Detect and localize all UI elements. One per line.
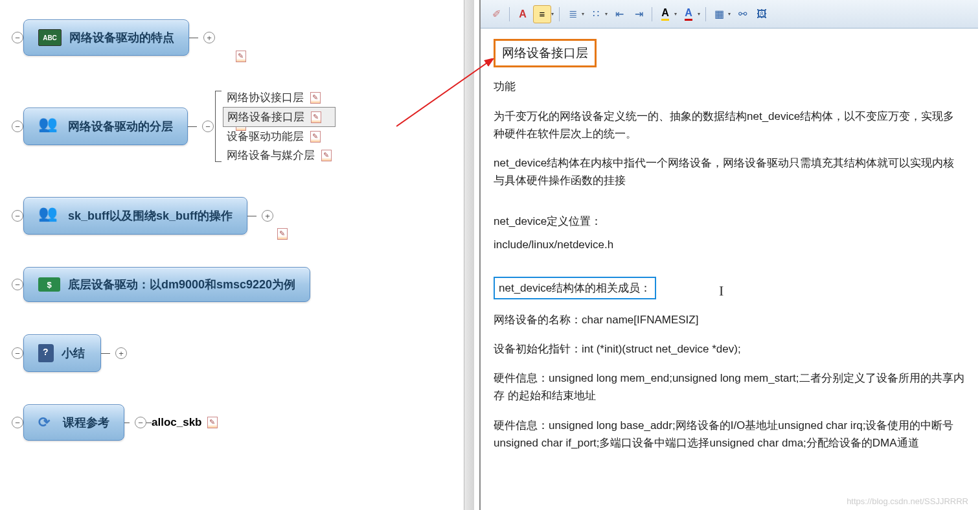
mindmap-node-row: − 小结 + <box>6 334 460 372</box>
doc-paragraph: net_device结构体在内核中指代一个网络设备，网络设备驱动只需填充其结构体… <box>494 154 965 189</box>
editor-toolbar: ✐ A ≡ ▾ ≣ ▾ ∷ ▾ ⇤ ⇥ A ▾ A ▾ ▦ ▾ ⚯ 🖼 <box>481 0 978 29</box>
sub-label: 网络设备与媒介层 <box>227 148 315 163</box>
node-label: 网络设备驱动的分层 <box>68 119 173 134</box>
connector <box>188 126 197 127</box>
abc-icon: ABC <box>38 29 62 46</box>
collapse-btn[interactable]: − <box>135 417 146 428</box>
note-icon[interactable] <box>310 92 321 104</box>
collapse-btn[interactable]: − <box>12 121 23 132</box>
people-icon <box>38 207 60 225</box>
mindmap-node-skbuff[interactable]: sk_buff以及围绕sk_buff的操作 <box>23 197 247 235</box>
font-button[interactable]: A <box>514 5 532 23</box>
money-icon: $ <box>38 277 60 292</box>
format-painter-button[interactable]: ✐ <box>487 5 505 23</box>
doc-title[interactable]: 网络设备接口层 <box>494 39 597 67</box>
dropdown-icon[interactable]: ▾ <box>582 11 584 17</box>
node-label: 底层设备驱动：以dm9000和smsc9220为例 <box>68 277 295 292</box>
image-button[interactable]: 🖼 <box>753 5 771 23</box>
dropdown-icon[interactable]: ▾ <box>728 11 731 17</box>
note-icon[interactable] <box>207 417 218 428</box>
note-icon[interactable] <box>311 111 321 123</box>
expand-btn[interactable]: + <box>115 347 127 359</box>
separator <box>559 7 560 21</box>
table-button[interactable]: ▦ <box>710 5 728 23</box>
refresh-icon: ⟳ <box>38 414 55 431</box>
node-label: 小结 <box>62 345 85 361</box>
highlight-color-button[interactable]: A <box>656 5 674 23</box>
connector <box>124 423 130 423</box>
node-label: 课程参考 <box>63 415 109 430</box>
connector <box>146 423 152 423</box>
note-editor-panel: ✐ A ≡ ▾ ≣ ▾ ∷ ▾ ⇤ ⇥ A ▾ A ▾ ▦ ▾ ⚯ 🖼 网络设备… <box>479 0 978 510</box>
sub-item-driver-func[interactable]: 设备驱动功能层 <box>223 127 336 146</box>
expand-btn[interactable]: + <box>262 210 273 222</box>
watermark: https://blog.csdn.net/SSJJRRRR <box>847 496 968 506</box>
doc-paragraph: 硬件信息：unsigned long mem_end;unsigned long… <box>494 369 965 404</box>
note-icon[interactable] <box>277 228 288 240</box>
mindmap-node-features[interactable]: ABC 网络设备驱动的特点 <box>23 19 189 56</box>
connector <box>101 353 110 354</box>
connector <box>189 38 198 38</box>
mindmap-node-lowlevel[interactable]: $ 底层设备驱动：以dm9000和smsc9220为例 <box>23 267 310 302</box>
collapse-btn[interactable]: − <box>12 279 23 290</box>
bracket <box>215 91 222 162</box>
numbered-list-button[interactable]: ≣ <box>564 5 582 23</box>
link-button[interactable]: ⚯ <box>733 5 751 23</box>
dropdown-icon[interactable]: ▾ <box>674 11 677 17</box>
collapse-btn[interactable]: − <box>12 32 23 43</box>
collapse-btn[interactable]: − <box>12 210 23 222</box>
mindmap-node-layers[interactable]: 网络设备驱动的分层 <box>23 108 188 145</box>
child-label[interactable]: alloc_skb <box>152 416 202 429</box>
doc-highlight: net_device结构体的相关成员： <box>494 277 656 299</box>
mindmap-node-row: − ABC 网络设备驱动的特点 + <box>6 19 460 56</box>
sub-item-media[interactable]: 网络设备与媒介层 <box>223 146 336 165</box>
mindmap-node-references[interactable]: ⟳ 课程参考 <box>23 404 124 441</box>
doc-paragraph: 网络设备的名称：char name[IFNAMESIZ] <box>494 311 965 329</box>
collapse-btn[interactable]: − <box>12 347 23 359</box>
connector <box>247 216 256 216</box>
dropdown-icon[interactable]: ▾ <box>698 11 700 17</box>
sub-label: 设备驱动功能层 <box>227 129 304 144</box>
bulleted-list-button[interactable]: ∷ <box>587 5 605 23</box>
doc-paragraph: 硬件信息：unsigned long base_addr;网络设备的I/O基地址… <box>494 417 965 452</box>
dropdown-icon[interactable]: ▾ <box>605 11 608 17</box>
sub-item-device-interface[interactable]: 网络设备接口层 <box>223 107 336 127</box>
decrease-indent-button[interactable]: ⇤ <box>610 5 628 23</box>
document-content[interactable]: 网络设备接口层 功能 为千变万化的网络设备定义统一的、抽象的数据结构net_de… <box>481 29 978 474</box>
sub-items: 网络协议接口层 网络设备接口层 设备驱动功能层 网络设备与媒介层 <box>223 88 336 165</box>
dropdown-icon[interactable]: ▾ <box>551 11 554 17</box>
mindmap-node-summary[interactable]: 小结 <box>23 334 101 372</box>
people-icon <box>38 117 60 135</box>
font-color-button[interactable]: A <box>679 5 698 23</box>
expand-btn[interactable]: + <box>203 32 215 43</box>
doc-paragraph: 为千变万化的网络设备定义统一的、抽象的数据结构net_device结构体，以不变… <box>494 108 965 143</box>
mindmap-node-row: − ⟳ 课程参考 − alloc_skb <box>6 404 460 441</box>
doc-paragraph: 功能 <box>494 78 965 95</box>
mindmap-node-row: − $ 底层设备驱动：以dm9000和smsc9220为例 <box>6 267 460 302</box>
align-button[interactable]: ≡ <box>533 5 551 23</box>
collapse-btn[interactable]: − <box>202 121 214 132</box>
mindmap-panel: − ABC 网络设备驱动的特点 + − 网络设备驱动的分层 − 网络协议接口层 … <box>0 0 466 510</box>
sub-item-protocol[interactable]: 网络协议接口层 <box>223 88 336 107</box>
increase-indent-button[interactable]: ⇥ <box>630 5 648 23</box>
sub-label: 网络协议接口层 <box>227 90 304 105</box>
node-label: 网络设备驱动的特点 <box>69 30 174 45</box>
mindmap-node-row: − sk_buff以及围绕sk_buff的操作 + <box>6 197 460 235</box>
separator <box>705 7 706 21</box>
node-label: sk_buff以及围绕sk_buff的操作 <box>68 208 233 224</box>
book-icon <box>38 344 54 362</box>
collapse-btn[interactable]: − <box>12 417 23 428</box>
separator <box>509 7 510 21</box>
doc-paragraph: net_device定义位置： <box>494 213 965 230</box>
separator <box>652 7 652 21</box>
text-cursor <box>719 283 720 297</box>
note-icon[interactable] <box>236 51 246 62</box>
note-icon[interactable] <box>321 150 332 161</box>
note-icon[interactable] <box>310 131 321 143</box>
doc-paragraph: include/linux/netdevice.h <box>494 236 965 253</box>
doc-paragraph: 设备初始化指针：int (*init)(struct net_device *d… <box>494 340 965 358</box>
mindmap-node-row: − 网络设备驱动的分层 − 网络协议接口层 网络设备接口层 设备驱动功能层 网络… <box>6 88 460 165</box>
sub-label: 网络设备接口层 <box>227 110 304 124</box>
